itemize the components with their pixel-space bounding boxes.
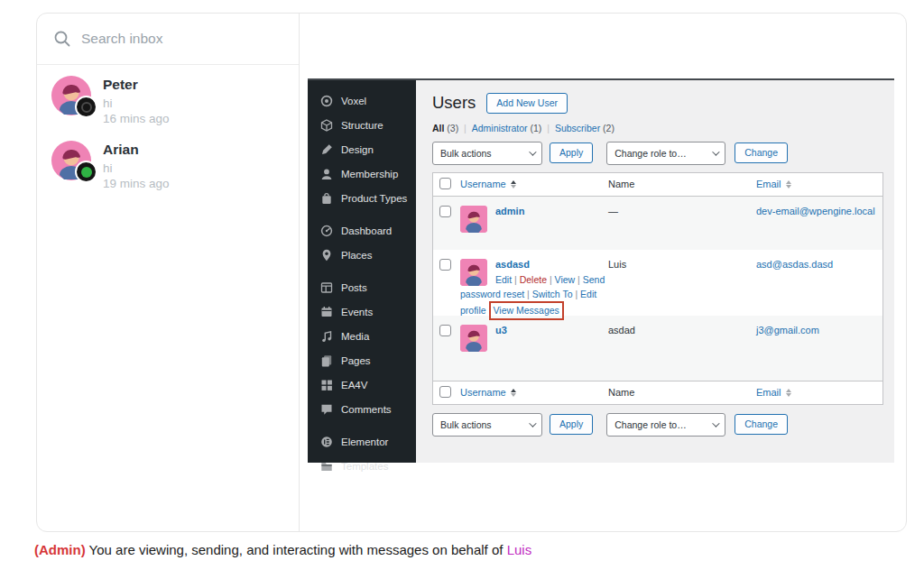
menu-item-ea4v[interactable]: EA4V: [308, 372, 416, 397]
user-avatar: [460, 259, 487, 286]
conversation-name: Peter: [103, 77, 170, 93]
username-link[interactable]: asdasd: [495, 259, 530, 270]
select-all-checkbox[interactable]: [439, 386, 451, 398]
menu-item-design[interactable]: Design: [308, 137, 416, 161]
media-icon: [319, 329, 333, 343]
change-role-select[interactable]: Change role to…: [606, 413, 725, 437]
select-all-checkbox[interactable]: [439, 178, 451, 189]
menu-item-elementor[interactable]: Elementor: [308, 429, 416, 454]
user-row-u3: u3 asdad j3@gmail.com: [433, 316, 882, 381]
menu-item-label: Templates: [341, 461, 388, 472]
username-link[interactable]: u3: [495, 325, 507, 335]
action-view[interactable]: View: [555, 274, 576, 285]
sort-by-username[interactable]: Username: [460, 179, 516, 189]
menu-item-structure[interactable]: Structure: [308, 113, 416, 137]
menu-item-templates[interactable]: Templates: [308, 454, 416, 478]
row-checkbox[interactable]: [439, 259, 451, 271]
apply-button[interactable]: Apply: [550, 142, 593, 163]
user-avatar: [460, 325, 487, 352]
inbox-panel: Peter hi 16 mins ago Arian: [37, 14, 300, 531]
wp-admin-menu: Voxel Structure Design: [308, 80, 416, 463]
conversation-preview: hi: [103, 161, 170, 176]
conversation-item-arian[interactable]: Arian hi 19 mins ago: [51, 141, 284, 191]
product-types-icon: [319, 191, 333, 205]
menu-item-product-types[interactable]: Product Types: [308, 186, 416, 210]
user-name-cell: Luis: [608, 259, 756, 316]
avatar: [51, 141, 91, 180]
inbox-search-bar[interactable]: [37, 14, 299, 65]
sort-by-username[interactable]: Username: [460, 387, 516, 398]
user-avatar: [460, 206, 487, 233]
users-table: Username Name Email: [432, 172, 883, 405]
menu-item-comments[interactable]: Comments: [308, 397, 416, 421]
menu-item-label: Elementor: [341, 437, 388, 447]
search-icon: [53, 30, 71, 48]
apply-button[interactable]: Apply: [550, 414, 593, 435]
filter-administrator[interactable]: Administrator: [472, 123, 528, 133]
menu-item-label: Posts: [341, 282, 367, 293]
menu-item-media[interactable]: Media: [308, 324, 416, 348]
user-row-admin: admin — dev-email@wpengine.local: [433, 197, 882, 250]
menu-item-places[interactable]: Places: [308, 243, 416, 267]
sort-icon: [786, 389, 791, 397]
conversation-time: 16 mins ago: [103, 111, 170, 126]
page-title: Users: [432, 93, 476, 113]
posts-icon: [319, 280, 333, 294]
membership-icon: [319, 167, 333, 180]
change-button[interactable]: Change: [735, 414, 788, 435]
table-footer: Username Name Email: [433, 381, 882, 404]
menu-item-membership[interactable]: Membership: [308, 161, 416, 186]
impersonated-user-link[interactable]: Luis: [507, 542, 532, 557]
email-link[interactable]: asd@asdas.dasd: [756, 259, 833, 270]
search-input[interactable]: [81, 31, 282, 47]
menu-item-label: Product Types: [341, 193, 407, 204]
places-icon: [319, 248, 333, 262]
menu-item-posts[interactable]: Posts: [308, 275, 416, 299]
menu-item-label: Membership: [341, 169, 398, 179]
action-switch-to[interactable]: Switch To: [532, 289, 573, 299]
bulk-actions-select[interactable]: Bulk actions: [432, 413, 542, 437]
conversation-item-peter[interactable]: Peter hi 16 mins ago: [51, 76, 284, 126]
menu-item-label: Voxel: [341, 96, 366, 106]
email-link[interactable]: j3@gmail.com: [756, 325, 819, 335]
filter-all[interactable]: All: [432, 123, 444, 133]
menu-item-voxel[interactable]: Voxel: [308, 88, 416, 113]
conversation-name: Arian: [103, 142, 170, 158]
conversation-time: 19 mins ago: [103, 176, 170, 191]
sort-by-email[interactable]: Email: [756, 387, 791, 398]
chevron-down-icon: [712, 419, 719, 427]
structure-icon: [319, 118, 333, 132]
add-new-user-button[interactable]: Add New User: [486, 93, 568, 114]
admin-tag: (Admin): [34, 542, 86, 557]
elementor-icon: [319, 435, 333, 448]
sort-by-email[interactable]: Email: [756, 179, 791, 189]
user-name-cell: —: [608, 206, 756, 250]
comments-icon: [319, 402, 333, 416]
row-checkbox[interactable]: [439, 206, 451, 217]
menu-item-events[interactable]: Events: [308, 299, 416, 324]
bulk-actions-select[interactable]: Bulk actions: [432, 142, 542, 165]
column-name: Name: [608, 387, 756, 398]
menu-item-dashboard[interactable]: Dashboard: [308, 218, 416, 243]
participant-badge: [75, 96, 97, 118]
menu-item-label: Design: [341, 144, 374, 155]
action-edit[interactable]: Edit: [495, 274, 512, 285]
action-view-messages[interactable]: View Messages: [494, 305, 559, 316]
action-delete[interactable]: Delete: [520, 274, 547, 285]
menu-item-pages[interactable]: Pages: [308, 348, 416, 372]
email-link[interactable]: dev-email@wpengine.local: [756, 206, 875, 216]
row-checkbox[interactable]: [439, 325, 451, 336]
filter-count: (1): [531, 123, 542, 133]
conversation-list: Peter hi 16 mins ago Arian: [37, 65, 299, 216]
users-page: Users Add New User All (3)Administrator …: [416, 80, 894, 463]
menu-item-label: Structure: [341, 120, 383, 131]
change-role-select[interactable]: Change role to…: [606, 142, 725, 165]
filter-subscriber[interactable]: Subscriber: [555, 123, 600, 133]
change-button[interactable]: Change: [735, 142, 788, 163]
online-status-badge: [75, 161, 97, 183]
chevron-down-icon: [712, 148, 719, 155]
username-link[interactable]: admin: [495, 206, 524, 216]
conversation-preview: hi: [103, 96, 170, 111]
pages-icon: [319, 354, 333, 367]
dashboard-icon: [319, 224, 333, 237]
